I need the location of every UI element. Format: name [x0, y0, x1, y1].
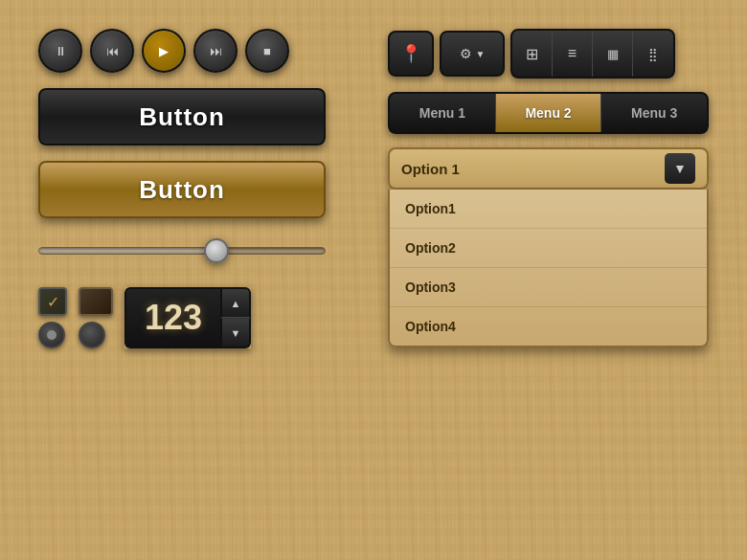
tab-menu3[interactable]: Menu 3 — [601, 94, 707, 132]
slider-thumb[interactable] — [204, 238, 229, 263]
fast-forward-button[interactable]: ⏭ — [193, 29, 238, 73]
grid-icon: ⊞ — [526, 45, 538, 63]
tab-menu: Menu 1 Menu 2 Menu 3 — [388, 92, 709, 134]
bottom-row: ✓ 123 ▲ ▼ — [38, 287, 359, 348]
tab-menu1-label: Menu 1 — [419, 105, 465, 121]
tab-menu3-label: Menu 3 — [631, 105, 677, 121]
location-button[interactable]: 📍 — [388, 31, 434, 77]
radio-button[interactable] — [79, 322, 105, 348]
spinner-down[interactable]: ▼ — [220, 318, 251, 348]
checkbox-group: ✓ — [38, 287, 67, 348]
square-button-top[interactable] — [79, 287, 113, 316]
spinner-display: 123 — [124, 287, 220, 348]
dropdown-list: Option1 Option2 Option3 Option4 — [388, 190, 709, 347]
settings-icon: ⚙ — [460, 46, 472, 61]
left-panel: ⏸ ⏮ ▶ ⏭ ■ Button Button ✓ — [38, 29, 359, 348]
right-panel: 📍 ⚙ ▼ ⊞ ≡ ▦ ⣿ — [388, 29, 709, 348]
dropdown-option-4-label: Option4 — [405, 319, 456, 334]
slider-fill — [39, 248, 225, 254]
brown-button-label: Button — [139, 175, 225, 205]
spinner-arrows: ▲ ▼ — [220, 287, 251, 348]
barcode-view-button[interactable]: ⣿ — [633, 31, 673, 77]
dropdown-option-3-label: Option3 — [405, 280, 456, 295]
settings-arrow-icon: ▼ — [476, 49, 486, 59]
number-spinner: 123 ▲ ▼ — [124, 287, 251, 348]
dropdown-option-2-label: Option2 — [405, 240, 456, 256]
checkbox-checkmark: ✓ — [47, 293, 59, 311]
spinner-up[interactable]: ▲ — [220, 287, 251, 318]
dropdown-option-3[interactable]: Option3 — [390, 268, 707, 307]
location-icon: 📍 — [400, 43, 421, 64]
dropdown-arrow-button[interactable]: ▼ — [665, 153, 695, 184]
play-button[interactable]: ▶ — [142, 29, 186, 73]
barcode-icon: ⣿ — [648, 47, 658, 61]
dark-button-label: Button — [139, 102, 225, 132]
columns-icon: ▦ — [607, 47, 619, 61]
stop-button[interactable]: ■ — [245, 29, 289, 73]
dropdown-option-1[interactable]: Option1 — [390, 190, 707, 229]
brown-button[interactable]: Button — [38, 161, 326, 218]
grid-view-button[interactable]: ⊞ — [512, 31, 553, 77]
spinner-down-icon: ▼ — [231, 327, 241, 339]
dark-button[interactable]: Button — [38, 88, 326, 146]
pause-button[interactable]: ⏸ — [38, 29, 82, 73]
spinner-up-icon: ▲ — [231, 298, 241, 309]
dropdown-container: Option 1 ▼ Option1 Option2 Option3 Optio… — [388, 147, 709, 347]
dropdown-selected-label: Option 1 — [401, 161, 460, 177]
list-view-button[interactable]: ≡ — [553, 31, 593, 77]
checkbox-checked[interactable]: ✓ — [38, 287, 67, 316]
column-view-button[interactable]: ▦ — [593, 31, 633, 77]
tab-menu1[interactable]: Menu 1 — [390, 94, 496, 132]
slider-container — [38, 234, 326, 268]
spinner-value: 123 — [145, 298, 202, 338]
dropdown-select[interactable]: Option 1 ▼ — [388, 147, 709, 190]
tab-menu2[interactable]: Menu 2 — [496, 94, 602, 132]
icon-toolbar: 📍 ⚙ ▼ ⊞ ≡ ▦ ⣿ — [388, 29, 709, 78]
rewind-button[interactable]: ⏮ — [90, 29, 134, 73]
tab-menu2-label: Menu 2 — [525, 105, 571, 121]
dropdown-option-2[interactable]: Option2 — [390, 229, 707, 268]
dropdown-option-1-label: Option1 — [405, 201, 456, 216]
dropdown-chevron-icon: ▼ — [673, 161, 687, 176]
dropdown-option-4[interactable]: Option4 — [390, 307, 707, 346]
radio-unchecked[interactable] — [38, 322, 65, 348]
slider-track — [38, 247, 326, 255]
square-buttons — [79, 287, 113, 348]
list-icon: ≡ — [568, 45, 577, 62]
settings-button[interactable]: ⚙ ▼ — [440, 31, 505, 77]
media-controls: ⏸ ⏮ ▶ ⏭ ■ — [38, 29, 359, 73]
view-toggle-group: ⊞ ≡ ▦ ⣿ — [510, 29, 675, 78]
